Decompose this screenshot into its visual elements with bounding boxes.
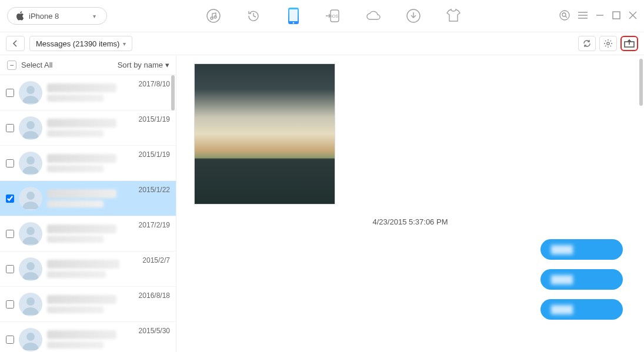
conversation-preview [47, 95, 104, 102]
conversation-title [47, 330, 116, 339]
conversation-date: 2015/1/19 [139, 115, 170, 123]
conversation-row[interactable]: 2017/2/19 [0, 216, 176, 252]
conversation-row[interactable]: 2017/8/10 [0, 75, 176, 110]
chevron-down-icon: ▾ [123, 41, 126, 47]
conversation-preview [47, 306, 104, 313]
row-checkbox[interactable] [6, 300, 14, 309]
svg-point-28 [26, 333, 35, 341]
row-checkbox[interactable] [6, 124, 14, 132]
device-selector[interactable]: iPhone 8 ▾ [7, 7, 107, 25]
sort-label: Sort by name [118, 61, 163, 69]
row-checkbox[interactable] [6, 336, 14, 344]
svg-rect-4 [289, 9, 298, 21]
cloud-icon[interactable] [364, 6, 383, 25]
avatar [19, 81, 42, 105]
close-icon[interactable] [629, 11, 637, 21]
maximize-icon[interactable] [612, 11, 620, 21]
refresh-button[interactable] [578, 36, 596, 51]
row-text [47, 295, 134, 313]
svg-point-21 [26, 86, 35, 94]
svg-point-24 [26, 192, 35, 200]
row-text [47, 83, 134, 102]
avatar [19, 257, 42, 281]
conversation-date: 2017/8/10 [139, 80, 170, 88]
row-checkbox[interactable] [6, 89, 14, 97]
conversation-date: 2015/1/22 [139, 186, 170, 194]
menu-icon[interactable] [578, 11, 588, 21]
conversation-title [47, 119, 116, 128]
svg-point-0 [207, 9, 220, 22]
message-timestamp: 4/23/2015 5:37:06 PM [194, 217, 626, 226]
svg-point-10 [562, 13, 566, 16]
message-bubble[interactable]: ████ [540, 239, 623, 260]
svg-point-26 [26, 262, 35, 270]
message-image-attachment[interactable] [194, 63, 335, 205]
top-toolbar: iPhone 8 ▾ iOS [0, 0, 644, 32]
select-all-toggle[interactable]: − [7, 61, 16, 70]
conversation-title [47, 295, 116, 304]
sort-caret-icon: ▾ [165, 61, 169, 69]
phone-icon[interactable] [284, 6, 303, 25]
conversation-row[interactable]: 2015/2/7 [0, 252, 176, 287]
content-scrollbar-thumb[interactable] [639, 59, 643, 106]
device-label: iPhone 8 [29, 12, 59, 21]
minimize-icon[interactable] [596, 11, 604, 21]
conversation-row[interactable]: 2016/8/18 [0, 287, 176, 322]
row-text [47, 154, 134, 172]
message-bubble[interactable]: ████ [540, 269, 623, 290]
conversation-title [47, 224, 116, 233]
conversation-preview [47, 130, 104, 137]
conversation-title [47, 154, 116, 163]
avatar [19, 152, 42, 175]
breadcrumb-label: Messages (21390 items) [36, 39, 119, 48]
conversation-preview [47, 341, 104, 348]
conversation-date: 2015/2/7 [142, 256, 170, 264]
svg-point-23 [26, 156, 35, 165]
svg-point-1 [211, 17, 213, 19]
music-icon[interactable] [204, 6, 223, 25]
search-circle-icon[interactable] [559, 10, 570, 22]
tshirt-icon[interactable] [444, 6, 463, 25]
top-nav-icons: iOS [107, 6, 559, 25]
conversation-row[interactable]: 2015/1/19 [0, 146, 176, 181]
sort-dropdown[interactable]: Sort by name ▾ [118, 61, 169, 69]
svg-point-25 [26, 227, 35, 235]
row-checkbox[interactable] [6, 230, 14, 238]
row-checkbox[interactable] [6, 265, 14, 273]
breadcrumb-dropdown[interactable]: Messages (21390 items) ▾ [29, 36, 132, 51]
svg-point-5 [292, 22, 294, 24]
avatar [19, 116, 42, 140]
svg-text:iOS: iOS [331, 14, 338, 18]
row-text [47, 189, 134, 207]
row-checkbox[interactable] [6, 159, 14, 167]
message-bubble[interactable]: ████ [540, 299, 623, 320]
settings-button[interactable] [599, 36, 617, 51]
row-text [47, 260, 138, 278]
history-icon[interactable] [244, 6, 263, 25]
svg-point-22 [26, 121, 35, 129]
list-scrollbar-thumb[interactable] [171, 75, 175, 110]
export-button[interactable] [620, 36, 638, 51]
conversation-row[interactable]: 2015/1/19 [0, 110, 176, 146]
sub-toolbar: Messages (21390 items) ▾ [0, 32, 644, 55]
conversation-preview [47, 165, 104, 172]
to-ios-icon[interactable]: iOS [324, 6, 343, 25]
svg-line-11 [566, 16, 568, 18]
conversation-title [47, 83, 116, 92]
apple-icon [16, 11, 24, 21]
download-icon[interactable] [404, 6, 423, 25]
chevron-down-icon: ▾ [93, 13, 96, 19]
row-checkbox[interactable] [6, 195, 14, 203]
row-text [47, 330, 134, 348]
svg-point-9 [560, 11, 569, 20]
conversation-date: 2015/5/30 [139, 327, 170, 335]
conversation-preview [47, 271, 106, 278]
back-button[interactable] [6, 36, 25, 51]
conversation-row[interactable]: 2015/1/22 [0, 181, 176, 216]
conversation-row[interactable]: 2015/5/30 [0, 322, 176, 352]
svg-point-2 [214, 16, 216, 18]
conversation-preview [47, 236, 104, 243]
svg-point-19 [607, 42, 609, 45]
row-text [47, 119, 134, 137]
svg-point-27 [26, 297, 35, 306]
